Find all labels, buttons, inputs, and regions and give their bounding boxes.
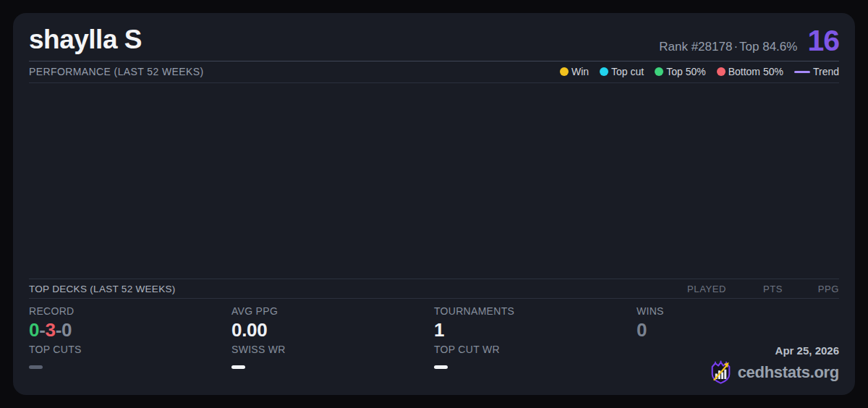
top-decks-columns: PLAYED PTS PPG	[670, 284, 839, 294]
record-separator: -	[56, 319, 61, 341]
stat-label: RECORD	[29, 305, 231, 317]
rank-group: Rank #28178·Top 84.6% 16	[659, 28, 839, 54]
stat-avg-ppg: AVG PPG 0.00	[231, 305, 434, 341]
brand[interactable]: cedhstats.org	[710, 360, 839, 385]
stat-tournaments: TOURNAMENTS 1	[434, 305, 637, 341]
column-header-played: PLAYED	[670, 284, 726, 294]
stat-swiss-wr: SWISS WR	[231, 344, 434, 385]
performance-chart-area	[29, 83, 839, 279]
top-cuts-placeholder-bar	[29, 365, 43, 369]
legend-item-topcut[interactable]: Top cut	[600, 66, 644, 77]
top-decks-title: TOP DECKS (LAST 52 WEEKS)	[29, 284, 176, 294]
stat-top-cuts: TOP CUTS	[29, 344, 231, 385]
chart-legend: Win Top cut Top 50% Bottom 50% Trend	[560, 66, 839, 77]
stat-label: AVG PPG	[231, 305, 434, 317]
rank-separator: ·	[732, 40, 739, 54]
record-wins: 0	[29, 319, 39, 341]
stat-label: WINS	[637, 305, 839, 317]
trend-line-icon	[794, 71, 810, 73]
legend-label: Top cut	[611, 66, 644, 77]
stat-record: RECORD 0-3-0	[29, 305, 231, 341]
record-losses: 3	[46, 319, 56, 341]
brand-name: cedhstats.org	[738, 363, 839, 382]
top-percent: Top 84.6%	[739, 40, 797, 54]
player-stats-card: shaylla S Rank #28178·Top 84.6% 16 PERFO…	[13, 13, 855, 395]
column-header-pts: PTS	[726, 284, 783, 294]
legend-label: Bottom 50%	[728, 66, 783, 77]
rank-number: Rank #28178	[659, 40, 732, 54]
legend-label: Top 50%	[666, 66, 705, 77]
stat-label: TOP CUTS	[29, 344, 231, 355]
stat-top-cut-wr: TOP CUT WR	[434, 344, 637, 385]
top-cut-wr-placeholder-bar	[434, 365, 448, 369]
column-header-ppg: PPG	[783, 284, 839, 294]
bottom50-dot-icon	[717, 67, 726, 76]
date-label: Apr 25, 2026	[775, 344, 839, 357]
performance-header: PERFORMANCE (LAST 52 WEEKS) Win Top cut …	[29, 61, 839, 83]
top50-dot-icon	[655, 67, 663, 76]
stat-label: TOURNAMENTS	[434, 305, 637, 317]
stat-label: TOP CUT WR	[434, 344, 637, 355]
record-value: 0-3-0	[29, 319, 231, 341]
legend-item-trend[interactable]: Trend	[794, 66, 839, 77]
record-separator: -	[39, 319, 45, 341]
record-draws: 0	[61, 319, 72, 341]
header: shaylla S Rank #28178·Top 84.6% 16	[29, 13, 839, 61]
legend-item-bottom50[interactable]: Bottom 50%	[717, 66, 783, 77]
legend-item-win[interactable]: Win	[560, 66, 589, 77]
top-decks-header: TOP DECKS (LAST 52 WEEKS) PLAYED PTS PPG	[29, 279, 839, 299]
legend-item-top50[interactable]: Top 50%	[655, 66, 705, 77]
stat-wins: WINS 0	[637, 305, 839, 341]
legend-label: Win	[571, 66, 589, 77]
stat-label: SWISS WR	[231, 344, 434, 355]
rank-line: Rank #28178·Top 84.6%	[659, 40, 797, 54]
footer: Apr 25, 2026 cedhstats.org	[637, 344, 839, 385]
page-title: shaylla S	[29, 26, 142, 54]
wins-value: 0	[637, 319, 839, 341]
performance-title: PERFORMANCE (LAST 52 WEEKS)	[29, 66, 204, 77]
score-badge: 16	[807, 28, 839, 54]
tournaments-value: 1	[434, 319, 637, 341]
legend-label: Trend	[813, 66, 839, 77]
cedhstats-logo-icon	[710, 360, 732, 385]
swiss-wr-placeholder-bar	[231, 365, 245, 369]
topcut-dot-icon	[600, 67, 608, 76]
avg-ppg-value: 0.00	[231, 319, 434, 341]
win-dot-icon	[560, 67, 569, 76]
stats-grid: RECORD 0-3-0 AVG PPG 0.00 TOURNAMENTS 1 …	[29, 299, 839, 385]
